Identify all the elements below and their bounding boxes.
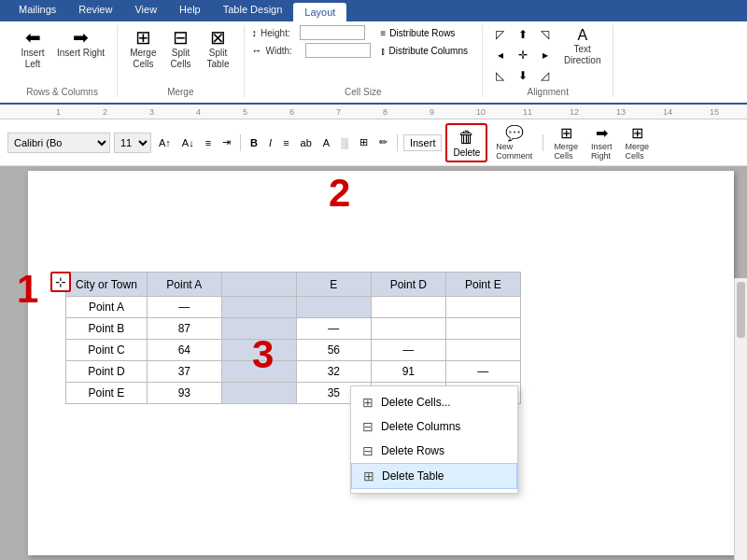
tab-layout[interactable]: Layout [293,3,346,21]
distribute-rows-button[interactable]: ≡ Distribute Rows [374,25,474,41]
separator-1 [240,134,241,151]
height-label: Height: [261,28,298,38]
shrink-font-button[interactable]: A↓ [178,133,198,153]
cell-pd-d: 91 [371,361,445,383]
width-row: ↔ Width: [252,43,371,58]
toolbar-merge-cells-button[interactable]: ⊞ MergeCells [549,121,583,163]
delete-rows-item[interactable]: ⊟ Delete Rows [351,439,517,463]
cell-pb-e [445,318,520,340]
distribute-cols-label: Distribute Columns [389,46,468,56]
col-header-d: Point D [371,273,445,297]
tab-mailings[interactable]: Mailings [7,0,67,21]
borders-button[interactable]: ⊞ [356,133,372,153]
indent-button[interactable]: ⇥ [218,133,234,153]
width-arrow-icon: ↔ [252,45,262,56]
insert-button[interactable]: Insert [403,134,443,151]
height-row: ↕ Height: [252,25,371,40]
toolbar-merge-label: MergeCells [554,142,578,161]
col-header-city: City or Town [66,273,148,297]
tab-table-design[interactable]: Table Design [212,0,294,21]
insert-right-label: Insert Right [57,48,105,59]
delete-icon: 🗑 [458,128,475,147]
delete-cells-item[interactable]: ⊞ Delete Cells... [351,390,517,414]
cell-pa-city: Point A [66,297,148,318]
toolbar-merge2-label: MergeCells [625,142,649,161]
width-input[interactable] [305,43,371,58]
font-color-button[interactable]: A [319,133,333,153]
col-header-a: Point A [147,273,221,297]
align-middle-left[interactable]: ◂ [490,46,511,64]
tab-help[interactable]: Help [168,0,212,21]
font-family-select[interactable]: Calibri (Bo [7,133,110,153]
vertical-scrollbar[interactable] [734,278,747,560]
italic-button[interactable]: I [265,133,275,153]
table-row: Point C 64 56 — [66,340,521,361]
col-header-e: E [296,273,371,297]
tab-view[interactable]: View [123,0,168,21]
split-table-button[interactable]: ⊠ SplitTable [201,25,236,73]
step-3-annotation: 3 [252,332,274,377]
height-input[interactable] [300,25,365,40]
distribute-rows-icon: ≡ [381,28,387,38]
scrollbar-thumb[interactable] [737,282,745,338]
delete-table-item[interactable]: ⊞ Delete Table [351,463,517,489]
bold-button[interactable]: B [247,133,261,153]
table-move-handle[interactable]: ⊹ [50,272,71,292]
cell-pa-e [296,297,371,318]
cell-pb-c: — [296,318,371,340]
table-container: City or Town Point A E Point D Point E P… [65,272,521,404]
new-comment-button[interactable]: 💬 NewComment [491,121,537,163]
toolbar-insert-right-icon: ➡ [596,124,608,142]
shading-button[interactable]: ░ [337,133,352,153]
cell-pd-a: 37 [147,361,221,383]
distribute-columns-button[interactable]: ⫿ Distribute Columns [374,43,474,59]
delete-columns-icon: ⊟ [362,419,374,434]
split-cells-button[interactable]: ⊟ SplitCells [163,25,199,73]
table-row: Point B 87 — [66,318,521,340]
col-header-b [221,273,296,297]
toolbar-merge2-icon: ⊞ [631,124,643,142]
delete-rows-label: Delete Rows [381,444,444,457]
step-2-annotation: 2 [329,171,350,216]
delete-dropdown-button[interactable]: 🗑 Delete [445,123,487,162]
align-middle-center[interactable]: ✛ [513,46,533,64]
align-top-left[interactable]: ◸ [490,25,511,44]
toolbar-merge-cells2-button[interactable]: ⊞ MergeCells [620,121,654,163]
toolbar-merge-icon: ⊞ [560,124,572,142]
align-left-button[interactable]: ≡ [279,133,292,153]
step-1-annotation: 1 [17,267,38,312]
eraser-button[interactable]: ✏ [375,133,391,153]
new-comment-label: NewComment [496,142,532,161]
align-top-center[interactable]: ⬆ [513,25,533,44]
align-middle-right[interactable]: ▸ [535,46,556,64]
align-bottom-center[interactable]: ⬇ [513,66,533,85]
cell-pa-a: — [147,297,221,318]
align-top-right[interactable]: ◹ [535,25,556,44]
alignment-label: Alignment [527,87,568,97]
cell-pa-pe [445,297,520,318]
cell-size-label: Cell Size [345,87,381,97]
delete-cells-icon: ⊞ [362,395,374,410]
insert-left-button[interactable]: ⬅ InsertLeft [15,25,50,73]
align-bottom-right[interactable]: ◿ [535,66,556,85]
cell-pd-e: — [445,361,520,383]
merge-label: Merge [167,87,193,97]
delete-label: Delete [453,147,480,158]
font-size-select[interactable]: 11 [114,133,151,153]
highlight-button[interactable]: ab [297,133,316,153]
insert-left-icon: ⬅ [25,28,41,47]
distribute-rows-label: Distribute Rows [389,28,455,38]
delete-rows-icon: ⊟ [362,443,374,458]
toolbar-insert-right-button[interactable]: ➡ InsertRight [586,121,617,163]
insert-left-label: InsertLeft [21,48,44,70]
grow-font-button[interactable]: A↑ [155,133,175,153]
text-direction-button[interactable]: A TextDirection [559,25,605,69]
ribbon-body: ⬅ InsertLeft ➡ Insert Right Rows & Colum… [0,21,747,105]
list-button[interactable]: ≡ [202,133,215,153]
tab-review[interactable]: Review [67,0,123,21]
merge-cells-button[interactable]: ⊞ MergeCells [125,25,161,73]
delete-cells-label: Delete Cells... [381,396,451,409]
align-bottom-left[interactable]: ◺ [490,66,511,85]
delete-columns-item[interactable]: ⊟ Delete Columns [351,414,517,439]
insert-right-button[interactable]: ➡ Insert Right [52,25,109,62]
